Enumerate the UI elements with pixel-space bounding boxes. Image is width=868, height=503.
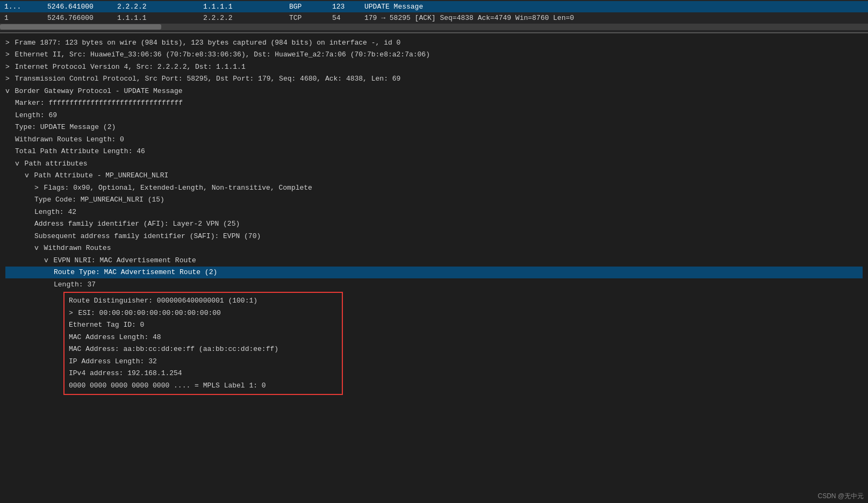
length-text: Length: 69 xyxy=(15,110,57,121)
tree-line-type-code: Type Code: MP_UNREACH_NLRI (15) xyxy=(5,194,863,206)
toggle-flags[interactable]: > xyxy=(34,183,39,193)
red-box: Route Distinguisher: 0000006400000001 (1… xyxy=(63,292,343,395)
tree-line-type: Type: UPDATE Message (2) xyxy=(5,121,863,134)
len-42-text: Length: 42 xyxy=(34,207,76,218)
eth-tag-text: Ethernet Tag ID: 0 xyxy=(69,320,144,330)
tree-line-withdrawn-routes[interactable]: v Withdrawn Routes xyxy=(5,242,863,255)
total-path-text: Total Path Attribute Length: 46 xyxy=(15,146,145,157)
col-time-2: 5246.766000 xyxy=(47,14,117,22)
type-text: Type: UPDATE Message (2) xyxy=(15,122,116,133)
ip-text: Internet Protocol Version 4, Src: 2.2.2.… xyxy=(11,62,246,73)
tree-line-afi: Address family identifier (AFI): Layer-2… xyxy=(5,218,863,231)
mp-unreach-text: Path Attribute - MP_UNREACH_NLRI xyxy=(30,170,168,181)
col-no-2: 1 xyxy=(4,14,47,22)
tree-line-mac-len: MAC Address Length: 48 xyxy=(69,331,338,343)
type-code-text: Type Code: MP_UNREACH_NLRI (15) xyxy=(34,195,164,205)
frame-text: Frame 1877: 123 bytes on wire (984 bits)… xyxy=(11,38,401,48)
tree-line-path-attrs[interactable]: v Path attributes xyxy=(5,157,863,170)
col-len-1: 123 xyxy=(332,3,364,11)
safi-text: Subsequent address family identifier (SA… xyxy=(34,231,261,242)
footer-credit: CSDN @无中元 xyxy=(817,492,864,501)
tree-line-length: Length: 69 xyxy=(5,109,863,121)
tree-line-ip[interactable]: > Internet Protocol Version 4, Src: 2.2.… xyxy=(5,61,863,73)
tree-line-len-37: Length: 37 xyxy=(5,278,863,291)
flags-text: Flags: 0x90, Optional, Extended-Length, … xyxy=(40,183,312,193)
tree-line-mp-unreach[interactable]: v Path Attribute - MP_UNREACH_NLRI xyxy=(5,170,863,182)
red-box-container: Route Distinguisher: 0000006400000001 (1… xyxy=(63,292,863,395)
col-info-1: UPDATE Message xyxy=(364,3,864,11)
toggle-frame[interactable]: > xyxy=(5,38,10,48)
tree-line-mac-addr: MAC Address: aa:bb:cc:dd:ee:ff (aa:bb:cc… xyxy=(69,343,338,356)
ipv4-addr-text: IPv4 address: 192.168.1.254 xyxy=(69,368,182,379)
withdrawn-len-text: Withdrawn Routes Length: 0 xyxy=(15,134,124,145)
mac-len-text: MAC Address Length: 48 xyxy=(69,332,161,343)
col-dst-1: 1.1.1.1 xyxy=(203,3,289,11)
rd-text: Route Distinguisher: 0000006400000001 (1… xyxy=(69,296,257,306)
tree-line-esi[interactable]: > ESI: 00:00:00:00:00:00:00:00:00:00 xyxy=(69,307,338,319)
marker-text: Marker: ffffffffffffffffffffffffffffffff xyxy=(15,98,183,109)
tree-line-evpn-nlri[interactable]: v EVPN NLRI: MAC Advertisement Route xyxy=(5,254,863,267)
toggle-path-attrs[interactable]: v xyxy=(15,159,19,169)
evpn-nlri-text: EVPN NLRI: MAC Advertisement Route xyxy=(49,255,196,266)
tree-line-route-type[interactable]: Route Type: MAC Advertisement Route (2) xyxy=(5,267,863,279)
col-proto-2: TCP xyxy=(289,14,332,22)
packet-row-1[interactable]: 1... 5246.641000 2.2.2.2 1.1.1.1 BGP 123… xyxy=(0,1,868,12)
toggle-evpn-nlri[interactable]: v xyxy=(44,255,48,266)
tree-line-flags[interactable]: > Flags: 0x90, Optional, Extended-Length… xyxy=(5,182,863,194)
path-attrs-text: Path attributes xyxy=(20,159,88,169)
withdrawn-routes-text: Withdrawn Routes xyxy=(40,243,111,254)
toggle-mp-unreach[interactable]: v xyxy=(25,170,29,181)
toggle-ip[interactable]: > xyxy=(5,62,10,73)
col-src-1: 2.2.2.2 xyxy=(117,3,203,11)
tcp-text: Transmission Control Protocol, Src Port:… xyxy=(11,74,401,84)
afi-text: Address family identifier (AFI): Layer-2… xyxy=(34,219,240,229)
col-src-2: 1.1.1.1 xyxy=(117,14,203,22)
col-info-2: 179 → 58295 [ACK] Seq=4838 Ack=4749 Win=… xyxy=(364,14,864,22)
len-37-text: Length: 37 xyxy=(54,279,96,290)
toggle-bgp[interactable]: v xyxy=(5,86,10,97)
mpls-text: 0000 0000 0000 0000 0000 .... = MPLS Lab… xyxy=(69,380,266,391)
tree-line-rd: Route Distinguisher: 0000006400000001 (1… xyxy=(69,295,338,307)
scrollbar-thumb xyxy=(0,24,161,30)
col-dst-2: 2.2.2.2 xyxy=(203,14,289,22)
ethernet-text: Ethernet II, Src: HuaweiTe_33:06:36 (70:… xyxy=(11,49,430,60)
tree-line-marker: Marker: ffffffffffffffffffffffffffffffff xyxy=(5,97,863,110)
tree-line-ipv4-addr: IPv4 address: 192.168.1.254 xyxy=(69,368,338,380)
horizontal-scrollbar[interactable] xyxy=(0,24,868,30)
tree-line-ip-addr-len: IP Address Length: 32 xyxy=(69,355,338,368)
tree-line-eth-tag: Ethernet Tag ID: 0 xyxy=(69,319,338,332)
tree-line-tcp[interactable]: > Transmission Control Protocol, Src Por… xyxy=(5,73,863,85)
col-len-2: 54 xyxy=(332,14,364,22)
toggle-withdrawn-routes[interactable]: v xyxy=(34,243,39,254)
tree-line-ethernet[interactable]: > Ethernet II, Src: HuaweiTe_33:06:36 (7… xyxy=(5,49,863,61)
tree-line-total-path: Total Path Attribute Length: 46 xyxy=(5,146,863,158)
col-time-1: 5246.641000 xyxy=(47,3,117,11)
packet-list: 1... 5246.641000 2.2.2.2 1.1.1.1 BGP 123… xyxy=(0,0,868,33)
mac-addr-text: MAC Address: aa:bb:cc:dd:ee:ff (aa:bb:cc… xyxy=(69,344,278,355)
toggle-ethernet[interactable]: > xyxy=(5,49,10,60)
route-type-text: Route Type: MAC Advertisement Route (2) xyxy=(54,267,217,278)
tree-line-bgp[interactable]: v Border Gateway Protocol - UPDATE Messa… xyxy=(5,85,863,97)
col-no-1: 1... xyxy=(4,3,47,11)
tree-line-mpls: 0000 0000 0000 0000 0000 .... = MPLS Lab… xyxy=(69,379,338,392)
tree-line-safi: Subsequent address family identifier (SA… xyxy=(5,230,863,242)
bgp-text: Border Gateway Protocol - UPDATE Message xyxy=(11,86,183,97)
toggle-tcp[interactable]: > xyxy=(5,74,10,84)
toggle-esi[interactable]: > xyxy=(69,308,73,319)
tree-line-len-42: Length: 42 xyxy=(5,206,863,218)
ip-addr-len-text: IP Address Length: 32 xyxy=(69,356,157,367)
packet-row-2[interactable]: 1 5246.766000 1.1.1.1 2.2.2.2 TCP 54 179… xyxy=(0,12,868,24)
tree-line-frame[interactable]: > Frame 1877: 123 bytes on wire (984 bit… xyxy=(5,37,863,49)
detail-panel: > Frame 1877: 123 bytes on wire (984 bit… xyxy=(0,33,868,399)
esi-text: ESI: 00:00:00:00:00:00:00:00:00:00 xyxy=(74,308,221,319)
col-proto-1: BGP xyxy=(289,3,332,11)
tree-line-withdrawn-len: Withdrawn Routes Length: 0 xyxy=(5,133,863,146)
